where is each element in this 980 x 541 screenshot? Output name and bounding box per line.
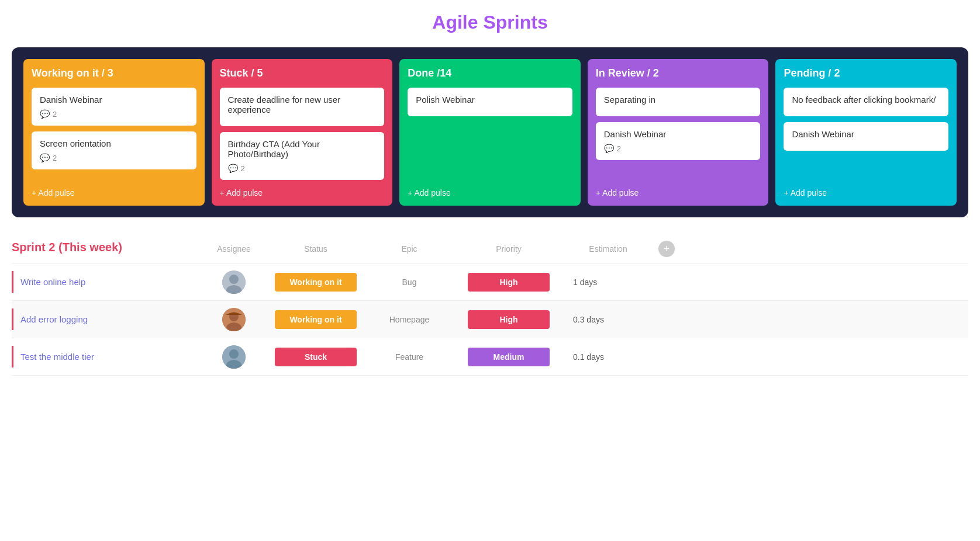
add-circle-icon[interactable]: +	[658, 241, 675, 257]
status-badge: Working on it	[275, 310, 357, 329]
svg-point-1	[229, 275, 239, 284]
status-cell: Stuck	[269, 348, 363, 366]
comment-count: 2	[241, 164, 245, 173]
kanban-card[interactable]: No feedback after clicking bookmark/	[784, 88, 948, 116]
column-header-inreview: In Review / 2	[596, 67, 761, 79]
task-name-cell: Write online help	[12, 271, 199, 293]
avatar	[222, 345, 246, 369]
card-comment: 💬 2	[40, 109, 188, 119]
kanban-column-done: Done /14 Polish Webinar + Add pulse	[399, 59, 581, 206]
kanban-card[interactable]: Danish Webinar 💬 2	[596, 122, 761, 160]
col-label-priority: Priority	[456, 241, 561, 257]
epic-cell: Bug	[363, 278, 456, 287]
priority-badge: High	[468, 310, 550, 329]
estimation-cell: 0.3 days	[561, 315, 655, 324]
comment-icon: 💬	[40, 109, 50, 119]
task-name[interactable]: Add error logging	[20, 314, 88, 324]
kanban-column-working: Working on it / 3 Danish Webinar 💬 2 Scr…	[23, 59, 205, 206]
avatar-cell	[199, 308, 269, 331]
add-pulse-done[interactable]: + Add pulse	[408, 186, 572, 197]
card-comment: 💬 2	[40, 153, 188, 162]
kanban-column-stuck: Stuck / 5 Create deadline for new user e…	[212, 59, 393, 206]
card-title: Danish Webinar	[792, 129, 940, 139]
kanban-card[interactable]: Screen orientation 💬 2	[32, 131, 196, 169]
col-label-assignee: Assignee	[199, 241, 269, 257]
page-title: Agile Sprints	[12, 12, 968, 33]
sprint-section: Sprint 2 (This week) Assignee Status Epi…	[12, 241, 968, 376]
status-cell: Working on it	[269, 310, 363, 329]
avatar	[222, 308, 246, 331]
priority-badge: Medium	[468, 348, 550, 366]
status-cell: Working on it	[269, 273, 363, 292]
epic-cell: Feature	[363, 352, 456, 362]
task-name-cell: Test the middle tier	[12, 346, 199, 367]
kanban-card[interactable]: Separating in	[596, 88, 761, 116]
kanban-card[interactable]: Polish Webinar	[408, 88, 572, 116]
column-header-stuck: Stuck / 5	[220, 67, 385, 79]
column-header-pending: Pending / 2	[784, 67, 948, 79]
avatar	[222, 270, 246, 294]
priority-cell: High	[456, 273, 561, 292]
table-row: Add error logging Working on it Homepage…	[12, 301, 968, 338]
card-comment: 💬 2	[604, 144, 753, 153]
task-name[interactable]: Write online help	[20, 277, 85, 287]
kanban-card[interactable]: Danish Webinar	[784, 122, 948, 151]
sprint-table-header: Sprint 2 (This week) Assignee Status Epi…	[12, 241, 968, 263]
add-column-button[interactable]: +	[655, 241, 678, 257]
sprint-title: Sprint 2 (This week)	[12, 241, 199, 257]
estimation-cell: 0.1 days	[561, 352, 655, 362]
table-row: Test the middle tier Stuck Feature Mediu…	[12, 338, 968, 376]
col-label-estimation: Estimation	[561, 241, 655, 257]
epic-cell: Homepage	[363, 315, 456, 324]
comment-icon: 💬	[604, 144, 614, 153]
col-label-status: Status	[269, 241, 363, 257]
card-title: Screen orientation	[40, 138, 188, 148]
card-title: Birthday CTA (Add Your Photo/Birthday)	[228, 139, 377, 159]
card-title: Danish Webinar	[40, 95, 188, 105]
table-row: Write online help Working on it Bug High…	[12, 263, 968, 301]
column-header-done: Done /14	[408, 67, 572, 79]
priority-badge: High	[468, 273, 550, 292]
card-title: Separating in	[604, 95, 753, 105]
svg-point-7	[229, 349, 239, 359]
add-pulse-working[interactable]: + Add pulse	[32, 186, 196, 197]
task-name-cell: Add error logging	[12, 308, 199, 330]
kanban-card[interactable]: Danish Webinar 💬 2	[32, 88, 196, 126]
kanban-board: Working on it / 3 Danish Webinar 💬 2 Scr…	[12, 47, 968, 217]
add-pulse-stuck[interactable]: + Add pulse	[220, 186, 385, 197]
card-title: No feedback after clicking bookmark/	[792, 95, 940, 105]
card-title: Danish Webinar	[604, 129, 753, 139]
status-badge: Working on it	[275, 273, 357, 292]
kanban-column-pending: Pending / 2 No feedback after clicking b…	[775, 59, 957, 206]
card-title: Polish Webinar	[416, 95, 564, 105]
comment-icon: 💬	[228, 164, 238, 173]
card-title: Create deadline for new user experience	[228, 95, 377, 115]
priority-cell: Medium	[456, 348, 561, 366]
col-label-epic: Epic	[363, 241, 456, 257]
avatar-cell	[199, 270, 269, 294]
status-badge: Stuck	[275, 348, 357, 366]
add-pulse-inreview[interactable]: + Add pulse	[596, 186, 761, 197]
add-pulse-pending[interactable]: + Add pulse	[784, 186, 948, 197]
kanban-card[interactable]: Birthday CTA (Add Your Photo/Birthday) 💬…	[220, 132, 385, 180]
comment-icon: 💬	[40, 153, 50, 162]
comment-count: 2	[53, 154, 57, 162]
column-header-working: Working on it / 3	[32, 67, 196, 79]
estimation-cell: 1 days	[561, 278, 655, 287]
priority-cell: High	[456, 310, 561, 329]
kanban-card[interactable]: Create deadline for new user experience	[220, 88, 385, 126]
comment-count: 2	[617, 144, 621, 153]
comment-count: 2	[53, 110, 57, 119]
kanban-column-inreview: In Review / 2 Separating in Danish Webin…	[588, 59, 769, 206]
card-comment: 💬 2	[228, 164, 377, 173]
task-name[interactable]: Test the middle tier	[20, 352, 94, 362]
avatar-cell	[199, 345, 269, 369]
